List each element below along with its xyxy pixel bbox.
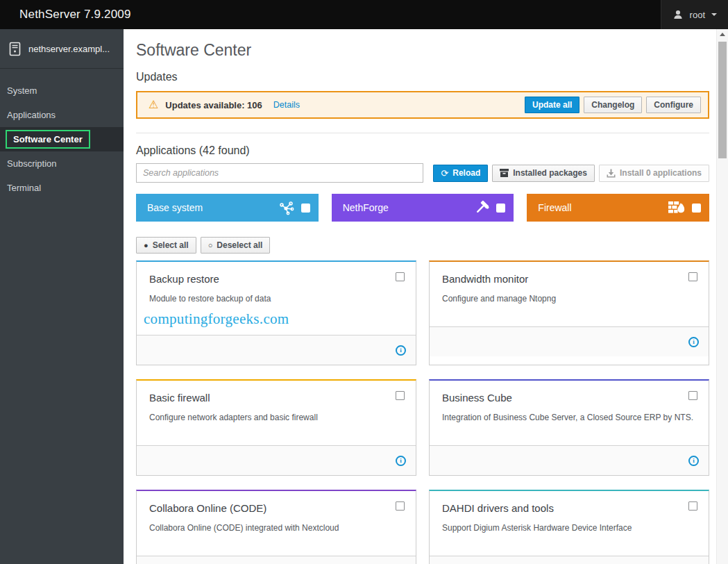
firewall-icon: [668, 201, 685, 215]
category-tile-nethforge[interactable]: NethForge: [332, 194, 514, 222]
download-icon: [607, 169, 616, 178]
app-card-collabora-online: Collabora Online (CODE) Collabora Online…: [136, 490, 416, 564]
applications-heading: Applications (42 found): [136, 144, 709, 157]
app-checkbox[interactable]: [688, 501, 697, 511]
select-all-button[interactable]: ● Select all: [136, 237, 196, 254]
sidebar-item-system[interactable]: System: [0, 78, 124, 103]
app-checkbox[interactable]: [396, 272, 405, 281]
updates-heading: Updates: [136, 71, 709, 83]
update-all-button[interactable]: Update all: [525, 97, 579, 113]
changelog-button[interactable]: Changelog: [584, 97, 642, 113]
app-checkbox[interactable]: [396, 501, 405, 511]
app-checkbox[interactable]: [396, 391, 405, 400]
app-card-backup-restore: Backup restore Module to restore backup …: [136, 260, 416, 365]
filled-circle-icon: ●: [144, 242, 149, 249]
app-description: Integration of Business Cube Server, a C…: [442, 413, 696, 422]
archive-icon: [500, 169, 509, 177]
app-description: Collabora Online (CODE) integrated with …: [149, 523, 403, 533]
sidebar-nav: System Applications Software Center Subs…: [0, 69, 124, 200]
search-input[interactable]: [136, 163, 423, 183]
sidebar-item-subscription[interactable]: Subscription: [0, 151, 124, 176]
details-link[interactable]: Details: [273, 100, 300, 110]
info-icon[interactable]: i: [396, 456, 406, 466]
app-description: Configure network adapters and basic fir…: [149, 413, 403, 422]
application-cards: Backup restore Module to restore backup …: [136, 260, 709, 564]
info-icon[interactable]: i: [396, 345, 406, 356]
app-title: Business Cube: [442, 392, 696, 404]
updates-available-text: Updates available: 106: [165, 100, 262, 110]
sidebar-item-software-center[interactable]: Software Center: [0, 127, 124, 151]
app-description: Support Digium Asterisk Hardware Device …: [442, 523, 696, 533]
user-menu[interactable]: root: [661, 0, 728, 29]
updates-alert: ⚠ Updates available: 106 Details Update …: [136, 91, 709, 119]
configure-button[interactable]: Configure: [646, 97, 701, 113]
sidebar-item-applications[interactable]: Applications: [0, 103, 124, 127]
app-card-dahdi-drivers: DAHDI drivers and tools Support Digium A…: [429, 490, 709, 564]
category-checkbox[interactable]: [692, 204, 701, 213]
main-content: Software Center Updates ⚠ Updates availa…: [124, 29, 716, 564]
hostname: nethserver.exampl...: [28, 44, 110, 54]
sidebar-item-terminal[interactable]: Terminal: [0, 176, 124, 200]
refresh-icon: ⟳: [441, 168, 448, 179]
category-tile-base-system[interactable]: Base system: [136, 194, 319, 222]
install-applications-button[interactable]: Install 0 applications: [599, 165, 709, 182]
empty-circle-icon: ○: [208, 242, 213, 249]
category-tile-firewall[interactable]: Firewall: [527, 194, 709, 222]
applications-toolbar: ⟳ Reload Installed packages: [136, 163, 709, 183]
top-bar: NethServer 7.9.2009 root: [0, 0, 728, 29]
info-icon[interactable]: i: [688, 456, 699, 466]
sidebar: nethserver.exampl... System Applications…: [0, 29, 124, 564]
app-card-business-cube: Business Cube Integration of Business Cu…: [429, 379, 709, 476]
selection-controls: ● Select all ○ Deselect all: [136, 237, 709, 254]
app-title: NethServer 7.9.2009: [0, 8, 131, 22]
app-title: Basic firewall: [149, 392, 403, 404]
app-checkbox[interactable]: [688, 272, 697, 281]
chevron-down-icon: [711, 13, 717, 16]
installed-packages-button[interactable]: Installed packages: [492, 165, 595, 182]
vertical-scrollbar[interactable]: [716, 29, 728, 564]
app-title: Collabora Online (CODE): [149, 502, 403, 514]
info-icon[interactable]: i: [688, 337, 699, 347]
category-tiles: Base system NethForge: [136, 194, 709, 222]
app-card-basic-firewall: Basic firewall Configure network adapter…: [136, 379, 416, 476]
section-divider: [136, 133, 709, 133]
page-title: Software Center: [136, 41, 709, 60]
warning-icon: ⚠: [149, 99, 158, 110]
app-title: DAHDI drivers and tools: [442, 502, 696, 514]
user-name: root: [690, 10, 705, 20]
deselect-all-button[interactable]: ○ Deselect all: [201, 237, 271, 254]
host-selector[interactable]: nethserver.exampl...: [0, 29, 124, 69]
app-title: Bandwidth monitor: [442, 273, 696, 285]
app-checkbox[interactable]: [688, 391, 697, 400]
server-icon: [9, 42, 21, 56]
app-description: Configure and manage Ntopng: [442, 294, 696, 304]
active-item-highlight: Software Center: [6, 130, 90, 149]
category-checkbox[interactable]: [301, 204, 310, 213]
reload-button[interactable]: ⟳ Reload: [433, 165, 488, 182]
app-title: Backup restore: [149, 273, 403, 285]
watermark-text: computingforgeeks.com: [144, 310, 403, 328]
scroll-up-arrow[interactable]: [717, 29, 728, 39]
app-description: Module to restore backup of data: [149, 294, 403, 304]
alert-actions: Update all Changelog Configure: [525, 97, 701, 113]
scrollbar-thumb[interactable]: [718, 42, 727, 158]
category-checkbox[interactable]: [496, 204, 505, 213]
network-nodes-icon: [278, 199, 294, 216]
user-icon: [672, 9, 684, 20]
app-card-bandwidth-monitor: Bandwidth monitor Configure and manage N…: [429, 260, 709, 365]
hammer-icon: [473, 200, 489, 216]
toolbar-buttons: ⟳ Reload Installed packages: [433, 165, 709, 182]
